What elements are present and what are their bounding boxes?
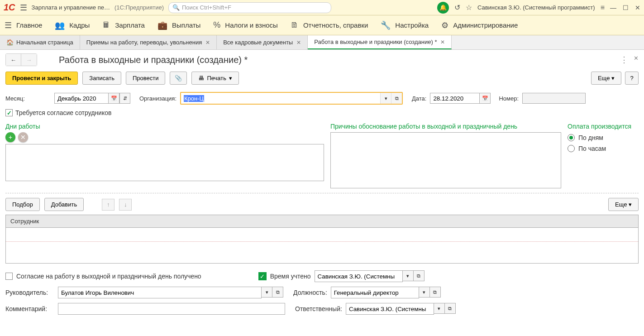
kebab-menu[interactable]: ⋮ <box>620 55 628 65</box>
attach-button[interactable]: 📎 <box>170 72 187 85</box>
app-subtitle: (1С:Предприятие) <box>114 4 164 11</box>
chevron-down-icon: ▾ <box>229 75 232 82</box>
tab-label: Работа в выходные и праздники (создание)… <box>314 38 437 45</box>
nav-label: Кадры <box>69 21 90 29</box>
calculator-icon: 🖩 <box>102 20 110 30</box>
select-employees-button[interactable]: Подбор <box>5 198 40 211</box>
date-label: Дата: <box>412 95 426 102</box>
chevron-down-icon: ▾ <box>629 201 632 208</box>
remove-day-button[interactable]: ✕ <box>18 132 28 142</box>
maximize-button[interactable]: ☐ <box>623 4 629 11</box>
favorite-icon[interactable]: ☆ <box>466 3 472 12</box>
app-title: Зарплата и управление пе… <box>32 4 110 11</box>
nav-salary[interactable]: 🖩Зарплата <box>102 20 145 30</box>
consent-received-checkbox[interactable] <box>5 273 13 280</box>
more-button[interactable]: Еще ▾ <box>591 72 621 85</box>
global-search[interactable]: 🔍 Поиск Ctrl+Shift+F <box>168 2 331 13</box>
column-employee[interactable]: Сотрудник <box>6 215 638 228</box>
home-tab[interactable]: 🏠 Начальная страница <box>0 35 80 49</box>
consent-required-checkbox[interactable]: ✓ <box>5 109 13 116</box>
print-button[interactable]: 🖶 Печать ▾ <box>191 72 239 85</box>
user-name[interactable]: Савинская З.Ю. (Системный программист) <box>477 4 595 11</box>
add-employee-button[interactable]: Добавить <box>44 198 84 211</box>
manager-input[interactable] <box>58 287 262 298</box>
add-day-button[interactable]: + <box>5 132 15 142</box>
close-icon[interactable]: ✕ <box>440 39 445 45</box>
close-icon[interactable]: ✕ <box>296 39 301 46</box>
organization-field[interactable]: Крон-Ц ▾ ⧉ <box>180 92 403 105</box>
forward-button[interactable]: → <box>21 54 37 66</box>
nav-label: Настройка <box>395 21 429 29</box>
menu-icon[interactable]: ☰ <box>20 3 27 13</box>
position-field[interactable]: ▾ ⧉ <box>331 287 441 298</box>
open-icon[interactable]: ⧉ <box>391 93 402 104</box>
nav-admin[interactable]: ⚙Администрирование <box>441 20 518 30</box>
minimize-button[interactable]: — <box>610 4 616 11</box>
chevron-down-icon[interactable]: ▾ <box>419 287 430 298</box>
table-body[interactable] <box>6 228 638 263</box>
tab-hires[interactable]: Приемы на работу, переводы, увольнения ✕ <box>80 35 217 49</box>
chevron-down-icon[interactable]: ▾ <box>380 93 391 104</box>
move-down-button[interactable]: ↓ <box>119 199 132 211</box>
notifications-bell[interactable]: 🔔 <box>437 2 449 14</box>
nav-back-forward: ← → <box>5 53 37 66</box>
manager-field[interactable]: ▾ ⧉ <box>58 287 283 298</box>
by-hours-option[interactable]: По часам <box>568 143 639 154</box>
days-list-box[interactable] <box>5 144 324 181</box>
back-button[interactable]: ← <box>6 54 21 66</box>
help-button[interactable]: ? <box>625 72 639 85</box>
open-icon[interactable]: ⧉ <box>445 303 456 314</box>
home-icon: 🏠 <box>6 39 14 46</box>
history-icon[interactable]: ↺ <box>454 3 460 12</box>
date-field[interactable]: 📅 <box>430 93 491 104</box>
org-label: Организация: <box>139 95 177 102</box>
save-button[interactable]: Записать <box>82 72 121 85</box>
radio-by-hours[interactable] <box>568 145 575 152</box>
open-icon[interactable]: ⧉ <box>272 287 283 298</box>
nav-reports[interactable]: 🗎Отчетность, справки <box>291 20 368 30</box>
consent-label: Требуется согласие сотрудников <box>15 109 111 116</box>
nav-main[interactable]: ☰Главное <box>5 20 42 30</box>
time-user-field[interactable]: ▾ ⧉ <box>315 270 425 282</box>
nav-hr[interactable]: 👥Кадры <box>55 20 90 30</box>
chevron-down-icon[interactable]: ▾ <box>403 270 414 281</box>
chevron-down-icon[interactable]: ▾ <box>262 287 272 298</box>
time-accounted-checkbox[interactable]: ✓ <box>258 272 267 280</box>
org-input[interactable]: Крон-Ц <box>181 93 380 104</box>
move-up-button[interactable]: ↑ <box>102 199 114 211</box>
month-field[interactable]: 📅 ⇵ <box>54 93 130 104</box>
close-document[interactable]: ✕ <box>634 55 639 65</box>
tab-work-holidays[interactable]: Работа в выходные и праздники (создание)… <box>308 35 452 49</box>
by-days-option[interactable]: По дням <box>568 132 639 143</box>
calendar-icon[interactable]: 📅 <box>109 93 119 104</box>
responsible-field[interactable]: ▾ ⧉ <box>346 303 456 315</box>
time-user-input[interactable] <box>315 270 403 282</box>
consent-required-row: ✓ Требуется согласие сотрудников <box>0 106 644 119</box>
comment-input[interactable] <box>58 303 285 315</box>
nav-payments[interactable]: 💼Выплаты <box>157 20 200 30</box>
open-icon[interactable]: ⧉ <box>414 270 425 281</box>
responsible-input[interactable] <box>346 303 434 315</box>
calendar-icon[interactable]: 📅 <box>480 93 491 104</box>
month-input[interactable] <box>54 93 109 104</box>
date-input[interactable] <box>430 93 480 104</box>
number-input[interactable] <box>522 93 586 104</box>
table-more-button[interactable]: Еще ▾ <box>608 198 639 211</box>
nav-settings[interactable]: 🔧Настройка <box>381 20 429 30</box>
close-window-button[interactable]: ✕ <box>635 4 640 11</box>
close-icon[interactable]: ✕ <box>205 39 210 46</box>
document-toolbar: Провести и закрыть Записать Провести 📎 🖶… <box>0 70 644 90</box>
position-input[interactable] <box>331 287 419 298</box>
nav-label: Налоги и взносы <box>225 21 278 29</box>
chevron-down-icon[interactable]: ▾ <box>434 303 445 314</box>
nav-taxes[interactable]: %Налоги и взносы <box>213 20 278 30</box>
open-icon[interactable]: ⧉ <box>430 287 441 298</box>
radio-by-days[interactable] <box>568 134 575 141</box>
spinner-icon[interactable]: ⇵ <box>119 93 130 104</box>
responsible-label: Ответственный: <box>295 305 342 312</box>
reasons-textarea[interactable] <box>330 132 561 188</box>
settings-bars-icon[interactable]: ≡ <box>601 4 605 12</box>
post-button[interactable]: Провести <box>126 72 166 85</box>
post-and-close-button[interactable]: Провести и закрыть <box>5 72 78 85</box>
tab-all-hr-docs[interactable]: Все кадровые документы ✕ <box>217 35 308 49</box>
